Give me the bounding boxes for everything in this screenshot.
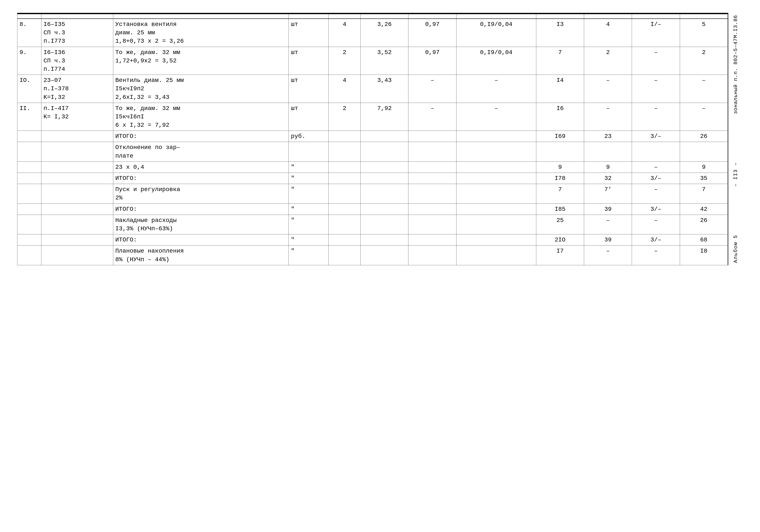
cell-0-col8: 0,I9/0,04	[456, 19, 536, 47]
cell-11-col6	[360, 234, 408, 245]
cell-10-col1	[17, 215, 41, 234]
cell-9-col10: 39	[584, 203, 632, 215]
cell-7-col4: "	[289, 173, 329, 184]
cell-6-col9: 9	[536, 161, 584, 173]
cell-4-col9: I69	[536, 131, 584, 142]
cell-9-col4: "	[289, 203, 329, 215]
cell-2-col11: –	[632, 75, 680, 103]
cell-7-col7	[408, 173, 456, 184]
cell-0-col2: I6–I35 СП ч.3 п.I773	[41, 19, 113, 47]
cell-5-col11	[632, 142, 680, 161]
table-row: 9.I6–I36 СП ч.3 п.I774То же, диам. 32 мм…	[17, 47, 728, 75]
cell-10-col12: 26	[680, 215, 728, 234]
cell-11-col5	[329, 234, 360, 245]
cell-6-col5	[329, 161, 360, 173]
cell-2-col3: Вентиль диам. 25 мм I5кчI9п2 2,6хI,32 = …	[113, 75, 289, 103]
side-text-bottom: Альбом 5	[733, 235, 738, 263]
cell-4-col11: 3/–	[632, 131, 680, 142]
cell-4-col4: руб.	[289, 131, 329, 142]
cell-2-col2: 23–07 п.I–378 K=I,32	[41, 75, 113, 103]
table-row: Накладные расходы I3,3% (НУЧп–63%)"25––2…	[17, 215, 728, 234]
cell-0-col10: 4	[584, 19, 632, 47]
cell-4-col3: ИТОГО:	[113, 131, 289, 142]
cell-3-col1: II.	[17, 103, 41, 131]
cell-5-col9	[536, 142, 584, 161]
cell-7-col2	[41, 173, 113, 184]
cell-6-col3: 23 x 0,4	[113, 161, 289, 173]
cell-8-col4: "	[289, 184, 329, 203]
cell-6-col8	[456, 161, 536, 173]
cell-6-col11: –	[632, 161, 680, 173]
cell-11-col7	[408, 234, 456, 245]
cell-10-col4: "	[289, 215, 329, 234]
cell-1-col10: 2	[584, 47, 632, 75]
header-col8	[456, 14, 536, 19]
cell-4-col1	[17, 131, 41, 142]
cell-3-col8: –	[456, 103, 536, 131]
cell-11-col12: 68	[680, 234, 728, 245]
cell-12-col2	[41, 245, 113, 265]
cell-0-col9: I3	[536, 19, 584, 47]
cell-12-col3: Плановые накопления 8% (НУЧп – 44%)	[113, 245, 289, 265]
table-wrapper: 8.I6–I35 СП ч.3 п.I773Установка вентиля …	[17, 13, 728, 265]
cell-7-col11: 3/–	[632, 173, 680, 184]
cell-3-col10: –	[584, 103, 632, 131]
cell-8-col1	[17, 184, 41, 203]
cell-9-col6	[360, 203, 408, 215]
cell-12-col10: –	[584, 245, 632, 265]
header-col11	[632, 14, 680, 19]
cell-4-col12: 26	[680, 131, 728, 142]
cell-8-col9: 7	[536, 184, 584, 203]
cell-12-col4: "	[289, 245, 329, 265]
cell-9-col12: 42	[680, 203, 728, 215]
cell-9-col7	[408, 203, 456, 215]
cell-10-col2	[41, 215, 113, 234]
main-table: 8.I6–I35 СП ч.3 п.I773Установка вентиля …	[17, 14, 728, 265]
cell-7-col12: 35	[680, 173, 728, 184]
cell-4-col8	[456, 131, 536, 142]
cell-4-col5	[329, 131, 360, 142]
cell-5-col5	[329, 142, 360, 161]
header-col10	[584, 14, 632, 19]
cell-1-col6: 3,52	[360, 47, 408, 75]
cell-9-col11: 3/–	[632, 203, 680, 215]
cell-3-col2: п.I–4I7 K= I,32	[41, 103, 113, 131]
cell-8-col6	[360, 184, 408, 203]
cell-1-col8: 0,I9/0,04	[456, 47, 536, 75]
cell-10-col9: 25	[536, 215, 584, 234]
cell-10-col7	[408, 215, 456, 234]
cell-3-col3: То же, диам. 32 мм I5кчI6пI 6 x I,32 = 7…	[113, 103, 289, 131]
cell-0-col12: 5	[680, 19, 728, 47]
cell-7-col5	[329, 173, 360, 184]
cell-10-col8	[456, 215, 536, 234]
table-row: 8.I6–I35 СП ч.3 п.I773Установка вентиля …	[17, 19, 728, 47]
cell-4-col2	[41, 131, 113, 142]
cell-1-col12: 2	[680, 47, 728, 75]
cell-6-col10: 9	[584, 161, 632, 173]
cell-7-col1	[17, 173, 41, 184]
header-col4	[289, 14, 329, 19]
cell-8-col8	[456, 184, 536, 203]
cell-3-col7: –	[408, 103, 456, 131]
page: 8.I6–I35 СП ч.3 п.I773Установка вентиля …	[0, 0, 760, 532]
header-col12	[680, 14, 728, 19]
header-row	[17, 14, 728, 19]
cell-5-col2	[41, 142, 113, 161]
cell-10-col10: –	[584, 215, 632, 234]
header-col9	[536, 14, 584, 19]
cell-12-col5	[329, 245, 360, 265]
cell-5-col4	[289, 142, 329, 161]
cell-0-col11: I/–	[632, 19, 680, 47]
cell-6-col12: 9	[680, 161, 728, 173]
cell-7-col8	[456, 173, 536, 184]
cell-4-col7	[408, 131, 456, 142]
cell-3-col12: –	[680, 103, 728, 131]
cell-11-col2	[41, 234, 113, 245]
table-row: Плановые накопления 8% (НУЧп – 44%)"I7––…	[17, 245, 728, 265]
cell-4-col10: 23	[584, 131, 632, 142]
cell-3-col4: шт	[289, 103, 329, 131]
cell-5-col12	[680, 142, 728, 161]
right-margin: зональный п.п. 802–5–47М.I3.86 – II3 – А…	[728, 13, 743, 265]
cell-2-col12: –	[680, 75, 728, 103]
table-row: ИТОГО:руб.I69233/–26	[17, 131, 728, 142]
